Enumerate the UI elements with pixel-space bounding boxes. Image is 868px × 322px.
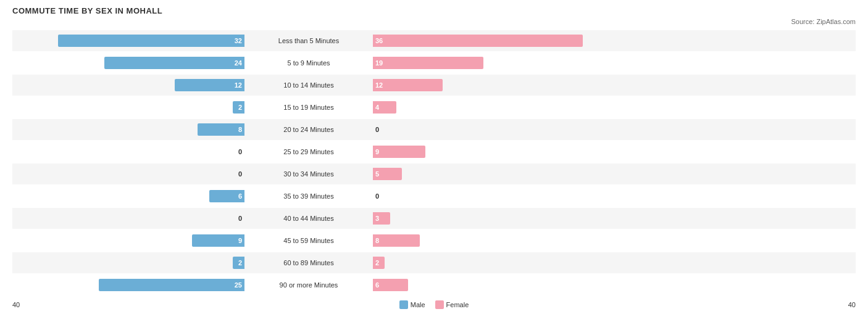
legend-item: Female — [435, 300, 469, 309]
axis-left-label: 40 — [12, 301, 20, 308]
chart-row: 245 to 9 Minutes19 — [12, 52, 856, 73]
male-value-outside: 0 — [238, 170, 242, 178]
chart-row: 215 to 19 Minutes4 — [12, 97, 856, 118]
female-side: 3 — [370, 212, 605, 225]
row-label: 40 to 44 Minutes — [247, 215, 370, 222]
female-bar-value: 8 — [375, 237, 379, 244]
female-value-outside: 0 — [375, 192, 379, 200]
female-bar-value: 6 — [375, 281, 379, 289]
female-side: 36 — [370, 35, 605, 47]
chart-row: 1210 to 14 Minutes12 — [12, 75, 856, 96]
male-bar-value: 8 — [238, 126, 242, 133]
male-side: 9 — [12, 234, 247, 247]
footer: 40 MaleFemale 40 — [12, 300, 856, 309]
axis-right-label: 40 — [848, 301, 856, 308]
row-label: 35 to 39 Minutes — [247, 192, 370, 200]
legend-color-box — [435, 300, 444, 309]
male-side: 8 — [12, 123, 247, 136]
male-side: 25 — [12, 279, 247, 291]
row-label: 5 to 9 Minutes — [247, 59, 370, 67]
male-side: 6 — [12, 190, 247, 202]
male-bar-value: 12 — [235, 81, 242, 89]
female-side: 0 — [370, 126, 605, 133]
male-bar-value: 9 — [238, 237, 242, 244]
male-side: 0 — [12, 215, 247, 222]
row-label: 15 to 19 Minutes — [247, 104, 370, 111]
row-label: 30 to 34 Minutes — [247, 170, 370, 178]
chart-row: 030 to 34 Minutes5 — [12, 163, 856, 184]
source: Source: ZipAtlas.com — [12, 18, 856, 25]
male-side: 32 — [12, 35, 247, 47]
chart-area: 32Less than 5 Minutes36245 to 9 Minutes1… — [12, 30, 856, 295]
female-bar-value: 12 — [375, 81, 383, 89]
female-side: 6 — [370, 279, 605, 291]
male-bar-value: 2 — [238, 104, 242, 111]
female-side: 4 — [370, 101, 605, 114]
row-label: Less than 5 Minutes — [247, 37, 370, 44]
chart-row: 025 to 29 Minutes9 — [12, 141, 856, 162]
chart-row: 040 to 44 Minutes3 — [12, 208, 856, 229]
female-side: 8 — [370, 234, 605, 247]
chart-row: 820 to 24 Minutes0 — [12, 119, 856, 140]
male-bar-value: 2 — [238, 259, 242, 266]
row-label: 20 to 24 Minutes — [247, 126, 370, 133]
chart-row: 635 to 39 Minutes0 — [12, 186, 856, 207]
female-side: 0 — [370, 192, 605, 200]
chart-row: 260 to 89 Minutes2 — [12, 252, 856, 273]
female-side: 2 — [370, 257, 605, 269]
female-bar-value: 3 — [375, 215, 379, 222]
legend-color-box — [399, 300, 408, 309]
female-bar-value: 9 — [375, 148, 379, 155]
male-side: 2 — [12, 101, 247, 114]
male-value-outside: 0 — [238, 148, 242, 155]
legend-label: Female — [446, 301, 469, 308]
female-bar-value: 19 — [375, 59, 383, 67]
female-value-outside: 0 — [375, 126, 379, 133]
female-side: 5 — [370, 168, 605, 180]
male-value-outside: 0 — [238, 215, 242, 222]
female-side: 9 — [370, 146, 605, 158]
male-bar-value: 25 — [235, 281, 242, 289]
legend-label: Male — [411, 301, 425, 308]
male-bar-value: 32 — [235, 37, 242, 44]
row-label: 90 or more Minutes — [247, 281, 370, 289]
legend-item: Male — [399, 300, 425, 309]
chart-row: 945 to 59 Minutes8 — [12, 230, 856, 251]
legend: MaleFemale — [399, 300, 469, 309]
female-bar-value: 36 — [375, 37, 383, 44]
chart-row: 32Less than 5 Minutes36 — [12, 30, 856, 51]
row-label: 25 to 29 Minutes — [247, 148, 370, 155]
row-label: 60 to 89 Minutes — [247, 259, 370, 266]
female-bar-value: 2 — [375, 259, 379, 266]
row-label: 45 to 59 Minutes — [247, 237, 370, 244]
male-side: 12 — [12, 79, 247, 91]
female-bar-value: 4 — [375, 104, 379, 111]
chart-row: 2590 or more Minutes6 — [12, 275, 856, 295]
male-side: 2 — [12, 257, 247, 269]
male-side: 0 — [12, 148, 247, 155]
male-side: 0 — [12, 170, 247, 178]
chart-title: COMMUTE TIME BY SEX IN MOHALL — [12, 6, 856, 15]
female-side: 19 — [370, 57, 605, 69]
female-side: 12 — [370, 79, 605, 91]
row-label: 10 to 14 Minutes — [247, 81, 370, 89]
male-bar-value: 6 — [238, 192, 242, 200]
male-side: 24 — [12, 57, 247, 69]
female-bar-value: 5 — [375, 170, 379, 178]
male-bar-value: 24 — [235, 59, 242, 67]
